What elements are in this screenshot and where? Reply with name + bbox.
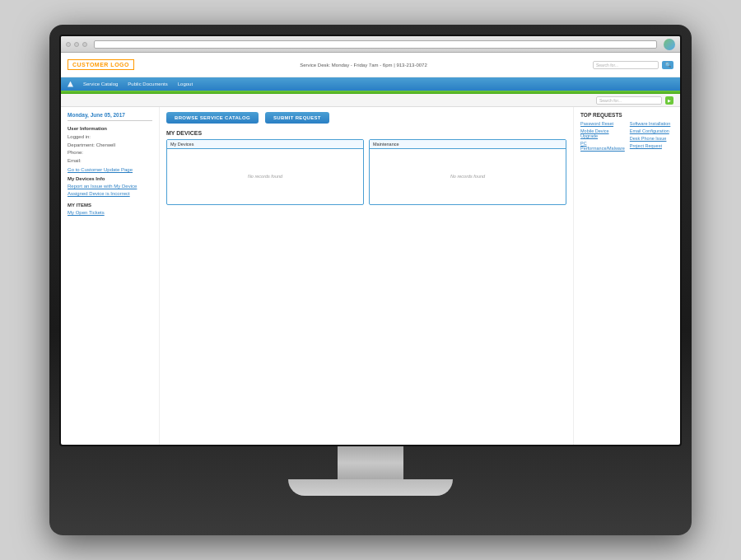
request-link-project[interactable]: Project Request	[630, 143, 673, 148]
nav-public-documents[interactable]: Public Documents	[128, 82, 167, 86]
browser-logo-icon	[664, 39, 675, 50]
browse-service-catalog-button[interactable]: BROWSE SERVICE CATALOG	[166, 112, 259, 124]
request-link-desk-phone[interactable]: Desk Phone Issue	[630, 136, 673, 141]
nav-service-catalog[interactable]: Service Catalog	[83, 82, 118, 86]
action-buttons: BROWSE SERVICE CATALOG SUBMIT REQUEST	[166, 112, 566, 124]
devices-info-title: My Devices Info	[68, 176, 152, 181]
monitor-stand-base	[288, 479, 453, 496]
my-devices-panel-header: My Devices	[167, 140, 363, 149]
customer-update-link[interactable]: Go to Customer Update Page	[68, 167, 152, 172]
customer-logo: CUSTOMER LOGO	[68, 59, 134, 70]
address-bar[interactable]	[94, 40, 657, 49]
browser-btn-1	[66, 42, 71, 47]
request-link-software[interactable]: Software Installation	[630, 121, 673, 126]
open-tickets-link[interactable]: My Open Tickets	[68, 210, 152, 215]
my-devices-panel: My Devices No records found	[166, 139, 364, 205]
logged-in-label: Logged in:	[68, 133, 152, 142]
search-go-button[interactable]: ▶	[665, 96, 673, 105]
main-search-field[interactable]: Search for...	[596, 96, 662, 105]
header-right: Search for... 🔍	[593, 61, 673, 69]
browser-bar	[61, 36, 680, 53]
header-search-button[interactable]: 🔍	[662, 61, 673, 69]
requests-col-2: Software Installation Email Configuratio…	[630, 121, 673, 153]
email-label: Email:	[68, 157, 152, 166]
sidebar: Monday, June 05, 2017 User Information L…	[61, 107, 160, 445]
department-label: Department: Cherwell	[68, 142, 152, 150]
top-requests-panel: TOP REQUESTS Password Reset Mobile Devic…	[573, 107, 680, 445]
top-requests-title: TOP REQUESTS	[580, 112, 673, 118]
nav-bar: Service Catalog Public Documents Logout	[61, 77, 680, 91]
sidebar-user-info: Logged in: Department: Cherwell Phone: E…	[68, 133, 152, 165]
assigned-device-link[interactable]: Assigned Device is Incorrect	[68, 191, 152, 196]
browser-btn-2	[74, 42, 79, 47]
header-search-field[interactable]: Search for...	[593, 61, 659, 69]
request-link-mobile-device[interactable]: Mobile Device Upgrade	[580, 128, 625, 138]
submit-request-button[interactable]: SUBMIT REQUEST	[265, 112, 329, 124]
search-row: Search for... ▶	[61, 94, 680, 107]
screen-content: CUSTOMER LOGO Service Desk: Monday - Fri…	[61, 36, 680, 445]
service-desk-info: Service Desk: Monday - Friday 7am - 6pm …	[300, 63, 427, 68]
request-link-email-config[interactable]: Email Configuration	[630, 128, 673, 133]
report-issue-link[interactable]: Report an Issue with My Device	[68, 184, 152, 189]
user-info-title: User Information	[68, 126, 152, 131]
monitor-stand-neck	[338, 446, 403, 479]
my-devices-panel-body: No records found	[167, 149, 363, 203]
request-link-pc-performance[interactable]: PC Performance/Malware	[580, 141, 625, 151]
browser-btn-3	[82, 42, 87, 47]
main-content: Monday, June 05, 2017 User Information L…	[61, 107, 680, 445]
maintenance-panel: Maintenance No records found	[369, 139, 566, 205]
phone-label: Phone:	[68, 149, 152, 157]
monitor: CUSTOMER LOGO Service Desk: Monday - Fri…	[49, 25, 692, 535]
request-link-password-reset[interactable]: Password Reset	[580, 121, 625, 126]
screen: CUSTOMER LOGO Service Desk: Monday - Fri…	[59, 35, 682, 446]
maintenance-panel-body: No records found	[370, 149, 566, 203]
nav-home[interactable]	[68, 82, 73, 87]
my-devices-title: MY DEVICES	[166, 130, 566, 136]
app-header: CUSTOMER LOGO Service Desk: Monday - Fri…	[61, 53, 680, 77]
nav-logout[interactable]: Logout	[178, 82, 193, 86]
my-items-title: MY ITEMS	[68, 203, 152, 208]
home-icon	[68, 82, 73, 87]
devices-panels: My Devices No records found Maintenance …	[166, 139, 566, 205]
my-devices-section: MY DEVICES My Devices No records found M…	[166, 130, 566, 205]
requests-col-1: Password Reset Mobile Device Upgrade PC …	[580, 121, 625, 153]
maintenance-panel-header: Maintenance	[370, 140, 566, 149]
date-label: Monday, June 05, 2017	[68, 112, 152, 121]
center-content: BROWSE SERVICE CATALOG SUBMIT REQUEST MY…	[160, 107, 573, 445]
requests-columns: Password Reset Mobile Device Upgrade PC …	[580, 121, 673, 153]
